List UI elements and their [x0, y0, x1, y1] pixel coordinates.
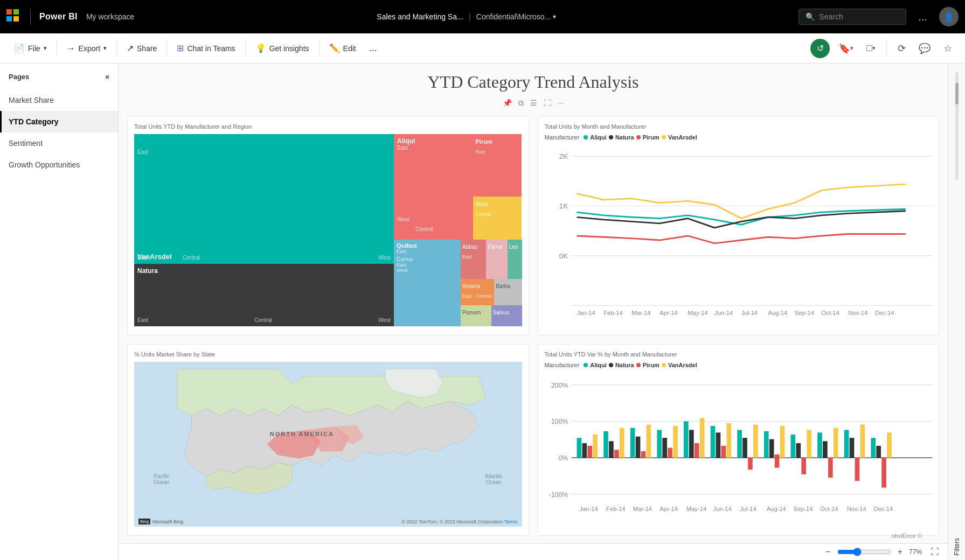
edit-button[interactable]: ✏️ Edit — [324, 40, 362, 57]
map-terms-link[interactable]: Terms — [504, 519, 518, 524]
scrollbar-thumb[interactable] — [955, 83, 959, 104]
toolbar-separator-6 — [886, 41, 887, 56]
star-button[interactable]: ☆ — [939, 39, 956, 58]
get-insights-button[interactable]: 💡 Get insights — [250, 40, 315, 57]
svg-rect-66 — [828, 458, 832, 478]
insights-icon: 💡 — [255, 43, 266, 53]
svg-rect-48 — [710, 426, 715, 458]
treemap-container: VanArsdel East East Central West Natura — [134, 134, 522, 326]
map-attribution: Bing Microsoft Bing — [138, 519, 183, 524]
treemap-farna[interactable]: Farna — [486, 240, 507, 279]
collapse-icon[interactable]: « — [105, 72, 109, 81]
svg-text:Nov-14: Nov-14 — [848, 310, 867, 316]
svg-rect-37 — [635, 436, 640, 457]
more-options-button[interactable]: ... — [915, 11, 931, 23]
svg-rect-49 — [716, 432, 720, 458]
svg-rect-54 — [748, 458, 753, 470]
svg-text:Jan-14: Jan-14 — [579, 505, 598, 512]
page-scrollbar[interactable] — [955, 72, 959, 180]
svg-rect-55 — [753, 424, 758, 458]
map-chart: % Units Market Share by State — [127, 344, 529, 536]
map-label: % Units Market Share by State — [134, 351, 522, 358]
workspace-label[interactable]: My workspace — [86, 12, 134, 21]
fit-page-icon[interactable]: ⛶ — [931, 547, 939, 557]
svg-text:Dec-14: Dec-14 — [874, 310, 894, 316]
treemap-quibus[interactable]: Quibus East Currus East West — [394, 240, 461, 326]
more-toolbar-button[interactable]: ... — [364, 39, 383, 57]
more-chart-icon[interactable]: ··· — [558, 99, 564, 108]
svg-rect-63 — [807, 430, 811, 458]
search-input[interactable] — [819, 12, 894, 21]
treemap-pirum-west[interactable]: West Central — [473, 197, 522, 240]
svg-rect-51 — [726, 423, 731, 458]
export-button[interactable]: → Export ▾ — [61, 40, 112, 57]
svg-text:Nov-14: Nov-14 — [846, 505, 866, 512]
reload-button[interactable]: ⟳ — [893, 39, 910, 58]
avatar[interactable]: 👤 — [939, 7, 959, 26]
nav-title-area: Sales and Marketing Sa... | Confidential… — [143, 12, 790, 22]
sidebar-item-ytd-category[interactable]: YTD Category — [0, 111, 118, 132]
bar-chart: Total Units YTD Var % by Month and Manuf… — [538, 344, 940, 536]
share-button[interactable]: ↗ Share — [121, 40, 162, 57]
comment-button[interactable]: 💬 — [914, 39, 935, 58]
zoom-in-button[interactable]: + — [895, 547, 905, 557]
svg-rect-41 — [662, 438, 667, 458]
treemap-barba[interactable]: Barba — [494, 279, 522, 305]
treemap-pirum[interactable]: Pirum East — [473, 134, 522, 197]
treemap-salvus[interactable]: Salvus — [491, 305, 522, 326]
svg-text:Dec-14: Dec-14 — [873, 505, 893, 512]
chat-in-teams-button[interactable]: ⊞ Chat in Teams — [171, 40, 240, 57]
treemap-leo[interactable]: Leo — [508, 240, 522, 279]
bar-legend-pirum: Pirum — [636, 362, 659, 368]
pin-icon[interactable]: 📌 — [503, 99, 512, 108]
svg-text:Apr-14: Apr-14 — [659, 505, 677, 512]
copy-icon[interactable]: ⧉ — [518, 99, 524, 108]
sensitivity-label[interactable]: Confidential\Microso... ▾ — [476, 12, 557, 21]
svg-rect-46 — [694, 443, 699, 458]
svg-text:0K: 0K — [559, 252, 568, 260]
chart-toolbar: 📌 ⧉ ☰ ⛶ ··· — [127, 99, 939, 108]
svg-rect-52 — [737, 430, 742, 458]
person-icon: 👤 — [943, 12, 954, 22]
treemap-pomum[interactable]: Pomum — [461, 305, 491, 326]
svg-text:Mar-14: Mar-14 — [631, 310, 650, 316]
sidebar-item-market-share[interactable]: Market Share — [0, 89, 118, 111]
top-navigation: Power BI My workspace Sales and Marketin… — [0, 0, 965, 33]
treemap-victoria[interactable]: Victoria East Central — [461, 279, 495, 305]
treemap-abbas[interactable]: Abbas East — [461, 240, 487, 279]
expand-icon[interactable]: ⛶ — [544, 99, 551, 108]
toolbar-separator — [57, 41, 57, 56]
filter-icon[interactable]: ☰ — [530, 99, 537, 108]
sidebar-title: Pages « — [0, 72, 118, 89]
zoom-slider[interactable] — [837, 548, 891, 556]
svg-text:Sep-14: Sep-14 — [794, 310, 814, 316]
sidebar-item-sentiment[interactable]: Sentiment — [0, 132, 118, 154]
svg-text:May-14: May-14 — [686, 505, 706, 512]
svg-text:2K: 2K — [559, 152, 568, 160]
refresh-button[interactable]: ↺ — [810, 39, 830, 58]
edit-icon: ✏️ — [329, 43, 340, 53]
powerbi-logo-text: Power BI — [39, 12, 78, 22]
svg-text:200%: 200% — [551, 381, 568, 389]
map-container[interactable]: NORTH AMERICA Pacific Ocean Atlantic Oce… — [134, 362, 522, 527]
sidebar-item-growth-opportunities[interactable]: Growth Opportunities — [0, 154, 118, 176]
zoom-out-button[interactable]: − — [823, 547, 832, 557]
bookmark-button[interactable]: 🔖 ▾ — [834, 39, 858, 58]
file-button[interactable]: 📄 File ▾ — [9, 40, 52, 57]
svg-text:Oct-14: Oct-14 — [820, 505, 838, 512]
view-button[interactable]: □ ▾ — [862, 39, 880, 57]
toolbar-separator-2 — [116, 41, 117, 56]
zoom-control: − + 77% — [823, 547, 922, 557]
treemap-vanarsdel[interactable]: VanArsdel East East Central West — [134, 134, 394, 264]
line-chart-label: Total Units by Month and Manufacturer — [545, 123, 933, 130]
toolbar-right-actions: ↺ 🔖 ▾ □ ▾ ⟳ 💬 ☆ — [810, 39, 956, 58]
svg-text:Feb-14: Feb-14 — [603, 310, 622, 316]
svg-rect-44 — [684, 421, 689, 458]
svg-rect-56 — [763, 431, 768, 457]
svg-rect-38 — [641, 451, 645, 457]
treemap-aliqui[interactable]: Aliqui East West Central — [394, 134, 473, 240]
filters-label[interactable]: Filters — [953, 534, 961, 560]
chevron-down-icon: ▾ — [103, 45, 107, 52]
treemap-natura[interactable]: Natura East Central West — [134, 264, 394, 326]
search-box[interactable]: 🔍 — [799, 9, 906, 25]
